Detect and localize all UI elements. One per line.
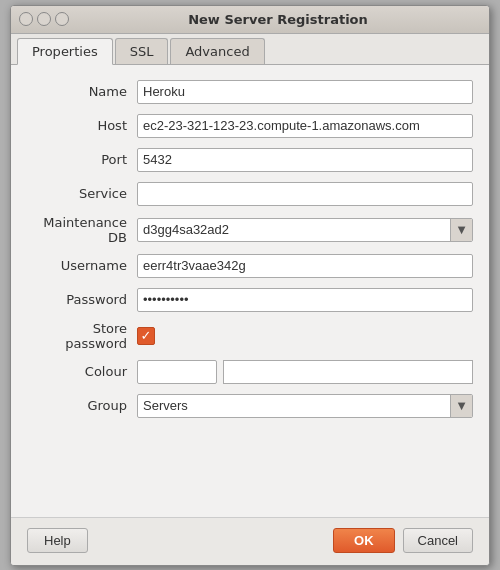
group-row: Group ▼ [27,393,473,419]
group-dropdown-btn[interactable]: ▼ [450,395,472,417]
password-row: Password [27,287,473,313]
content-spacer [27,427,473,507]
store-password-label: Store password [27,321,137,351]
help-button[interactable]: Help [27,528,88,553]
maintenance-db-control: ▼ [137,218,473,242]
name-control [137,80,473,104]
tab-bar: Properties SSL Advanced [11,34,489,65]
host-input[interactable] [137,114,473,138]
port-control [137,148,473,172]
username-label: Username [27,258,137,273]
minimize-button[interactable] [37,12,51,26]
tab-properties[interactable]: Properties [17,38,113,65]
store-password-row: Store password ✓ [27,321,473,351]
store-password-checkbox[interactable]: ✓ [137,327,155,345]
host-control [137,114,473,138]
maintenance-db-label: Maintenance DB [27,215,137,245]
service-input[interactable] [137,182,473,206]
maximize-button[interactable] [55,12,69,26]
titlebar: New Server Registration [11,6,489,34]
dropdown-arrow-icon-2: ▼ [458,400,466,411]
colour-control [137,360,473,384]
colour-label: Colour [27,364,137,379]
store-password-checkbox-wrapper: ✓ [137,327,155,345]
group-select-wrapper: ▼ [137,394,473,418]
tab-advanced[interactable]: Advanced [170,38,264,64]
titlebar-buttons [19,12,69,26]
maintenance-db-row: Maintenance DB ▼ [27,215,473,245]
tab-ssl[interactable]: SSL [115,38,169,64]
group-label: Group [27,398,137,413]
port-input[interactable] [137,148,473,172]
service-control [137,182,473,206]
colour-text-input[interactable] [137,360,217,384]
cancel-button[interactable]: Cancel [403,528,473,553]
host-label: Host [27,118,137,133]
service-row: Service [27,181,473,207]
maintenance-db-select-wrapper: ▼ [137,218,473,242]
name-input[interactable] [137,80,473,104]
maintenance-db-dropdown-btn[interactable]: ▼ [450,219,472,241]
username-row: Username [27,253,473,279]
ok-button[interactable]: OK [333,528,395,553]
close-button[interactable] [19,12,33,26]
form-content: Name Host Port Service [11,65,489,517]
group-control: ▼ [137,394,473,418]
group-input[interactable] [138,395,450,417]
window-title: New Server Registration [75,12,481,27]
checkmark-icon: ✓ [141,329,152,342]
password-input[interactable] [137,288,473,312]
password-control [137,288,473,312]
password-label: Password [27,292,137,307]
service-label: Service [27,186,137,201]
username-input[interactable] [137,254,473,278]
name-row: Name [27,79,473,105]
host-row: Host [27,113,473,139]
colour-row-inner [137,360,473,384]
name-label: Name [27,84,137,99]
maintenance-db-input[interactable] [138,219,450,241]
colour-swatch[interactable] [223,360,473,384]
dialog-window: New Server Registration Properties SSL A… [10,5,490,566]
port-label: Port [27,152,137,167]
colour-row: Colour [27,359,473,385]
dropdown-arrow-icon: ▼ [458,224,466,235]
username-control [137,254,473,278]
button-bar: Help OK Cancel [11,517,489,565]
port-row: Port [27,147,473,173]
store-password-control: ✓ [137,327,473,345]
